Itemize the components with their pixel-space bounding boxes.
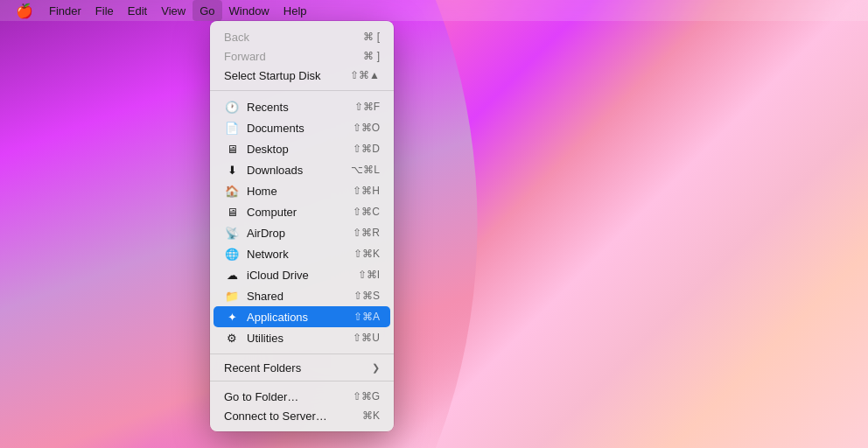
home-label: Home bbox=[247, 185, 346, 198]
menu-item-home[interactable]: 🏠 Home ⇧⌘H bbox=[210, 180, 394, 201]
menu-item-utilities[interactable]: ⚙ Utilities ⇧⌘U bbox=[210, 327, 394, 348]
menu-item-back[interactable]: Back ⌘ [ bbox=[210, 27, 394, 46]
shared-shortcut: ⇧⌘S bbox=[354, 290, 380, 302]
divider-1 bbox=[210, 90, 394, 91]
applications-icon: ✦ bbox=[224, 309, 240, 325]
desktop: 🍎 Finder File Edit View Go Window Help B… bbox=[0, 0, 868, 448]
computer-label: Computer bbox=[247, 206, 346, 219]
menu-item-network[interactable]: 🌐 Network ⇧⌘K bbox=[210, 243, 394, 264]
utilities-label: Utilities bbox=[247, 332, 346, 345]
desktop-shortcut: ⇧⌘D bbox=[353, 143, 380, 155]
menu-item-forward[interactable]: Forward ⌘ ] bbox=[210, 46, 394, 66]
airdrop-label: AirDrop bbox=[247, 227, 346, 240]
computer-shortcut: ⇧⌘C bbox=[353, 206, 380, 218]
menu-top-section: Back ⌘ [ Forward ⌘ ] Select Startup Disk… bbox=[210, 25, 394, 87]
menubar: 🍎 Finder File Edit View Go Window Help bbox=[0, 0, 868, 21]
divider-3 bbox=[210, 381, 394, 382]
menu-item-desktop[interactable]: 🖥 Desktop ⇧⌘D bbox=[210, 138, 394, 159]
shared-label: Shared bbox=[247, 290, 346, 303]
utilities-shortcut: ⇧⌘U bbox=[353, 332, 380, 344]
recent-folders-arrow: ❯ bbox=[372, 362, 380, 374]
recents-label: Recents bbox=[247, 101, 347, 114]
connect-shortcut: ⌘K bbox=[362, 410, 380, 422]
forward-label: Forward bbox=[224, 50, 356, 63]
menubar-go[interactable]: Go bbox=[192, 0, 221, 21]
apple-menu-button[interactable]: 🍎 bbox=[7, 0, 42, 21]
connect-label: Connect to Server… bbox=[224, 410, 355, 423]
computer-icon: 🖥 bbox=[224, 204, 240, 220]
applications-label: Applications bbox=[247, 311, 346, 324]
forward-shortcut: ⌘ ] bbox=[363, 50, 380, 62]
menubar-help[interactable]: Help bbox=[276, 0, 314, 21]
menubar-view[interactable]: View bbox=[154, 0, 192, 21]
menu-item-startup[interactable]: Select Startup Disk ⇧⌘▲ bbox=[210, 66, 394, 85]
documents-shortcut: ⇧⌘O bbox=[353, 122, 380, 134]
menu-item-connect[interactable]: Connect to Server… ⌘K bbox=[210, 406, 394, 425]
network-shortcut: ⇧⌘K bbox=[354, 248, 380, 260]
menu-item-computer[interactable]: 🖥 Computer ⇧⌘C bbox=[210, 201, 394, 222]
desktop-icon: 🖥 bbox=[224, 141, 240, 157]
downloads-shortcut: ⌥⌘L bbox=[351, 164, 380, 176]
downloads-label: Downloads bbox=[247, 164, 344, 177]
startup-shortcut: ⇧⌘▲ bbox=[350, 69, 380, 81]
icloud-icon: ☁ bbox=[224, 267, 240, 283]
desktop-label: Desktop bbox=[247, 143, 346, 156]
airdrop-shortcut: ⇧⌘R bbox=[353, 227, 380, 239]
divider-2 bbox=[210, 354, 394, 354]
icloud-shortcut: ⇧⌘I bbox=[358, 269, 380, 281]
back-shortcut: ⌘ [ bbox=[363, 31, 380, 43]
menu-item-goto[interactable]: Go to Folder… ⇧⌘G bbox=[210, 387, 394, 406]
airdrop-icon: 📡 bbox=[224, 225, 240, 241]
recent-folders-label: Recent Folders bbox=[224, 361, 372, 374]
menu-bottom-section: Go to Folder… ⇧⌘G Connect to Server… ⌘K bbox=[210, 385, 394, 427]
icloud-label: iCloud Drive bbox=[247, 269, 351, 282]
menu-item-airdrop[interactable]: 📡 AirDrop ⇧⌘R bbox=[210, 222, 394, 243]
home-icon: 🏠 bbox=[224, 183, 240, 199]
menubar-edit[interactable]: Edit bbox=[121, 0, 154, 21]
menu-item-recent-folders[interactable]: Recent Folders ❯ bbox=[210, 358, 394, 377]
menu-item-recents[interactable]: 🕐 Recents ⇧⌘F bbox=[210, 96, 394, 117]
documents-icon: 📄 bbox=[224, 120, 240, 136]
menu-item-downloads[interactable]: ⬇ Downloads ⌥⌘L bbox=[210, 159, 394, 180]
menu-item-shared[interactable]: 📁 Shared ⇧⌘S bbox=[210, 285, 394, 306]
menu-item-applications[interactable]: ✦ Applications ⇧⌘A bbox=[214, 306, 390, 327]
back-label: Back bbox=[224, 31, 356, 44]
recents-shortcut: ⇧⌘F bbox=[354, 101, 380, 113]
utilities-icon: ⚙ bbox=[224, 330, 240, 346]
downloads-icon: ⬇ bbox=[224, 162, 240, 178]
goto-label: Go to Folder… bbox=[224, 390, 346, 403]
shared-icon: 📁 bbox=[224, 288, 240, 304]
network-icon: 🌐 bbox=[224, 246, 240, 262]
applications-shortcut: ⇧⌘A bbox=[354, 311, 380, 323]
goto-shortcut: ⇧⌘G bbox=[353, 390, 380, 402]
startup-label: Select Startup Disk bbox=[224, 69, 343, 82]
documents-label: Documents bbox=[247, 122, 346, 135]
menu-nav-section: 🕐 Recents ⇧⌘F 📄 Documents ⇧⌘O 🖥 Desktop … bbox=[210, 94, 394, 350]
menubar-window[interactable]: Window bbox=[222, 0, 276, 21]
menu-item-icloud[interactable]: ☁ iCloud Drive ⇧⌘I bbox=[210, 264, 394, 285]
menubar-finder[interactable]: Finder bbox=[42, 0, 88, 21]
recents-icon: 🕐 bbox=[224, 99, 240, 115]
network-label: Network bbox=[247, 248, 346, 261]
menubar-file[interactable]: File bbox=[88, 0, 121, 21]
menu-item-documents[interactable]: 📄 Documents ⇧⌘O bbox=[210, 117, 394, 138]
home-shortcut: ⇧⌘H bbox=[353, 185, 380, 197]
go-dropdown-menu: Back ⌘ [ Forward ⌘ ] Select Startup Disk… bbox=[210, 21, 394, 431]
